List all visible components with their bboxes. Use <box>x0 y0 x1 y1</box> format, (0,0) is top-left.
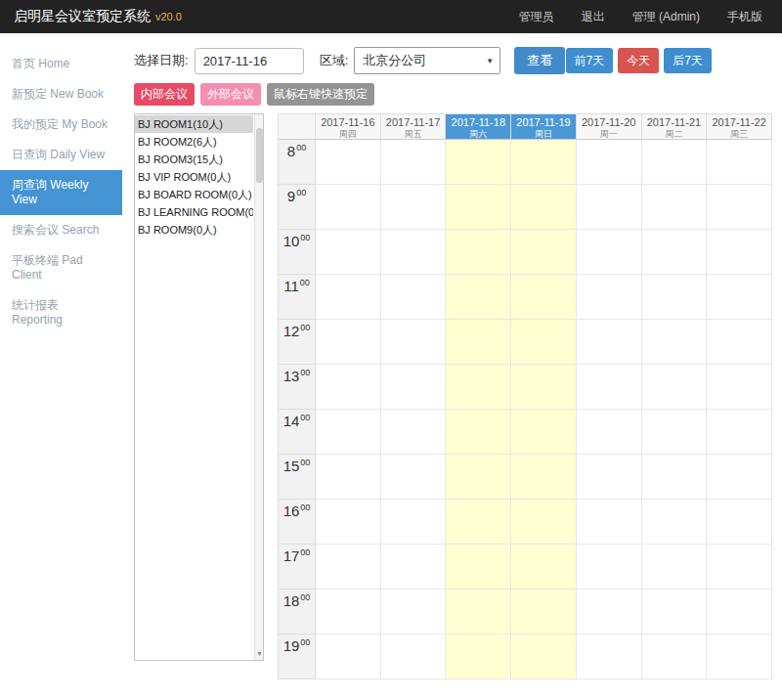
calendar-slot-cell[interactable] <box>707 230 772 275</box>
calendar-slot-cell[interactable] <box>316 634 381 679</box>
calendar-slot-cell[interactable] <box>577 365 642 410</box>
calendar-slot-cell[interactable] <box>642 634 708 679</box>
scrollbar-thumb[interactable] <box>256 128 263 183</box>
calendar-slot-cell[interactable] <box>446 455 511 500</box>
calendar-slot-cell[interactable] <box>381 230 447 275</box>
topnav-link-mobile-version[interactable]: 手机版 <box>727 9 762 25</box>
next-7-days-button[interactable]: 后7天 <box>664 48 712 73</box>
calendar-slot-cell[interactable] <box>642 140 708 185</box>
calendar-slot-cell[interactable] <box>511 500 577 545</box>
calendar-slot-cell[interactable] <box>381 275 447 320</box>
calendar-slot-cell[interactable] <box>446 500 511 545</box>
calendar-slot-cell[interactable] <box>707 140 772 185</box>
calendar-slot-cell[interactable] <box>446 230 511 275</box>
calendar-slot-cell[interactable] <box>642 410 708 455</box>
area-select[interactable]: 北京分公司 ▼ <box>354 47 500 74</box>
scrollbar-down-arrow-icon[interactable]: ▼ <box>255 648 264 659</box>
calendar-slot-cell[interactable] <box>316 185 381 230</box>
calendar-slot-cell[interactable] <box>511 455 577 500</box>
calendar-slot-cell[interactable] <box>446 545 511 590</box>
calendar-slot-cell[interactable] <box>577 185 642 230</box>
calendar-slot-cell[interactable] <box>316 500 381 545</box>
calendar-slot-cell[interactable] <box>642 320 708 365</box>
today-button[interactable]: 今天 <box>618 48 659 73</box>
calendar-slot-cell[interactable] <box>381 410 447 455</box>
topnav-link-admin-manage[interactable]: 管理 (Admin) <box>632 9 700 25</box>
calendar-slot-cell[interactable] <box>577 634 642 679</box>
calendar-slot-cell[interactable] <box>577 590 642 634</box>
calendar-slot-cell[interactable] <box>381 634 447 679</box>
calendar-slot-cell[interactable] <box>511 140 577 185</box>
calendar-slot-cell[interactable] <box>511 230 577 275</box>
calendar-slot-cell[interactable] <box>642 230 708 275</box>
calendar-slot-cell[interactable] <box>316 230 381 275</box>
calendar-slot-cell[interactable] <box>511 275 577 320</box>
calendar-slot-cell[interactable] <box>642 365 708 410</box>
calendar-slot-cell[interactable] <box>446 140 511 185</box>
room-list-item[interactable]: BJ VIP ROOM(0人) <box>135 168 253 186</box>
calendar-slot-cell[interactable] <box>577 230 642 275</box>
room-list-item[interactable]: BJ ROOM2(6人) <box>135 133 253 151</box>
calendar-slot-cell[interactable] <box>316 365 381 410</box>
calendar-slot-cell[interactable] <box>511 545 577 590</box>
calendar-slot-cell[interactable] <box>707 365 772 410</box>
calendar-slot-cell[interactable] <box>642 275 708 320</box>
calendar-slot-cell[interactable] <box>707 634 772 679</box>
calendar-slot-cell[interactable] <box>446 275 511 320</box>
calendar-slot-cell[interactable] <box>316 410 381 455</box>
calendar-slot-cell[interactable] <box>707 410 772 455</box>
calendar-slot-cell[interactable] <box>381 185 447 230</box>
calendar-slot-cell[interactable] <box>511 634 577 679</box>
calendar-slot-cell[interactable] <box>381 545 447 590</box>
calendar-slot-cell[interactable] <box>642 545 708 590</box>
calendar-slot-cell[interactable] <box>642 500 708 545</box>
room-list-item[interactable]: BJ LEARNING ROOM(0人) <box>135 203 253 221</box>
view-button[interactable]: 查看 <box>514 47 565 74</box>
calendar-slot-cell[interactable] <box>511 590 577 634</box>
calendar-slot-cell[interactable] <box>707 320 772 365</box>
calendar-slot-cell[interactable] <box>316 275 381 320</box>
room-list-item[interactable]: BJ ROOM9(0人) <box>135 221 253 239</box>
calendar-slot-cell[interactable] <box>707 590 772 634</box>
calendar-slot-cell[interactable] <box>642 590 708 634</box>
calendar-slot-cell[interactable] <box>577 140 642 185</box>
calendar-slot-cell[interactable] <box>316 140 381 185</box>
topnav-link-logout[interactable]: 退出 <box>582 9 605 25</box>
topnav-link-admin-user[interactable]: 管理员 <box>519 9 554 25</box>
calendar-slot-cell[interactable] <box>316 320 381 365</box>
calendar-slot-cell[interactable] <box>707 275 772 320</box>
calendar-slot-cell[interactable] <box>511 185 577 230</box>
calendar-slot-cell[interactable] <box>577 320 642 365</box>
calendar-slot-cell[interactable] <box>316 545 381 590</box>
calendar-slot-cell[interactable] <box>642 455 708 500</box>
calendar-slot-cell[interactable] <box>707 545 772 590</box>
calendar-slot-cell[interactable] <box>316 590 381 634</box>
prev-7-days-button[interactable]: 前7天 <box>566 48 614 73</box>
calendar-slot-cell[interactable] <box>511 365 577 410</box>
calendar-slot-cell[interactable] <box>381 500 447 545</box>
calendar-slot-cell[interactable] <box>577 545 642 590</box>
sidebar-item-search[interactable]: 搜索会议 Search <box>0 215 122 245</box>
calendar-slot-cell[interactable] <box>577 455 642 500</box>
calendar-slot-cell[interactable] <box>577 500 642 545</box>
calendar-slot-cell[interactable] <box>381 140 447 185</box>
sidebar-item-my-book[interactable]: 我的预定 My Book <box>0 109 122 140</box>
calendar-slot-cell[interactable] <box>642 185 708 230</box>
calendar-slot-cell[interactable] <box>381 455 447 500</box>
date-input[interactable] <box>195 48 304 74</box>
calendar-slot-cell[interactable] <box>381 320 447 365</box>
calendar-slot-cell[interactable] <box>511 410 577 455</box>
calendar-slot-cell[interactable] <box>446 320 511 365</box>
sidebar-item-weekly-view[interactable]: 周查询 Weekly View <box>0 170 122 215</box>
calendar-slot-cell[interactable] <box>577 410 642 455</box>
calendar-slot-cell[interactable] <box>381 365 447 410</box>
calendar-slot-cell[interactable] <box>446 185 511 230</box>
sidebar-item-pad-client[interactable]: 平板终端 Pad Client <box>0 245 122 290</box>
calendar-slot-cell[interactable] <box>577 275 642 320</box>
calendar-slot-cell[interactable] <box>446 634 511 679</box>
sidebar-item-new-book[interactable]: 新预定 New Book <box>0 79 122 109</box>
calendar-slot-cell[interactable] <box>446 410 511 455</box>
calendar-slot-cell[interactable] <box>707 500 772 545</box>
sidebar-item-daily-view[interactable]: 日查询 Daily View <box>0 140 122 170</box>
calendar-slot-cell[interactable] <box>446 590 511 634</box>
